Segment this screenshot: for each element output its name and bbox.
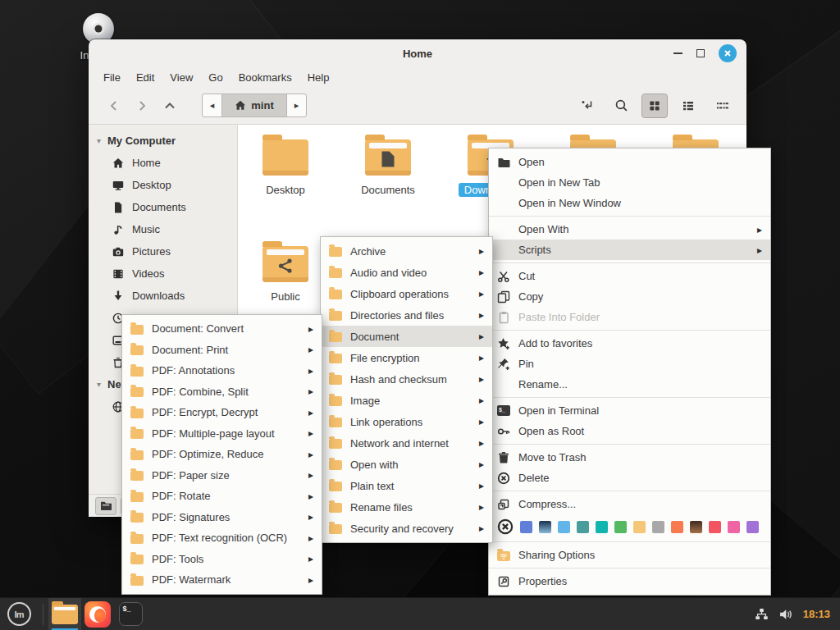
color-swatch[interactable]	[652, 521, 664, 533]
scripts-submenu-item[interactable]: Image ▸	[321, 390, 492, 411]
folder-tile-desktop[interactable]: Desktop	[240, 135, 331, 196]
scripts-submenu-item[interactable]: Hash and checksum ▸	[321, 368, 492, 390]
menu-item-rename[interactable]: Rename...	[489, 374, 770, 395]
sidebar-item-videos[interactable]: Videos	[89, 262, 237, 285]
scripts-submenu-item[interactable]: Plain text ▸	[321, 475, 492, 496]
menu-item-open-with[interactable]: Open With ▸	[489, 219, 770, 240]
sidebar-item-documents[interactable]: Documents	[89, 196, 237, 218]
search-button[interactable]	[608, 94, 634, 118]
menu-item-copy[interactable]: Copy	[489, 286, 770, 307]
sidebar-item-downloads[interactable]: Downloads	[89, 285, 237, 307]
menu-item-sharing-options[interactable]: Sharing Options	[489, 545, 770, 565]
folder-tile-documents[interactable]: Documents	[342, 135, 434, 196]
document-submenu-item[interactable]: PDF: Encrypt, Decrypt ▸	[122, 402, 322, 423]
menu-item-add-to-favorites[interactable]: Add to favorites	[489, 333, 770, 354]
scripts-submenu-item[interactable]: Document ▸	[321, 326, 492, 347]
network-tray-icon[interactable]	[755, 608, 769, 621]
scripts-submenu-item[interactable]: Audio and video ▸	[321, 262, 492, 283]
document-submenu-item[interactable]: PDF: Watermark ▸	[122, 569, 322, 591]
breadcrumb-home-segment[interactable]: mint	[221, 94, 287, 116]
breadcrumb-right-arrow[interactable]: ▸	[287, 94, 306, 116]
menu-item-cut[interactable]: Cut	[489, 266, 770, 286]
scripts-submenu-item[interactable]: Open with ▸	[321, 454, 492, 475]
expander-icon[interactable]: ▾	[97, 136, 101, 145]
menu-item-move-to-trash[interactable]: Move to Trash	[489, 447, 770, 468]
color-swatch[interactable]	[746, 521, 759, 533]
menu-item-open-new-window[interactable]: Open in New Window	[489, 193, 770, 213]
forward-button[interactable]	[128, 93, 156, 119]
list-view-button[interactable]	[675, 94, 701, 118]
compact-view-button[interactable]	[709, 94, 735, 118]
sidebar-section-my-computer[interactable]: ▾ My Computer	[89, 130, 237, 152]
document-submenu-item[interactable]: PDF: Rotate ▸	[122, 486, 322, 507]
menu-item-pin[interactable]: Pin	[489, 354, 770, 374]
clear-color-icon[interactable]	[497, 518, 514, 535]
document-submenu-item[interactable]: PDF: Annotations ▸	[122, 360, 322, 381]
color-swatch[interactable]	[633, 521, 646, 533]
color-swatch[interactable]	[596, 521, 608, 533]
document-submenu-item[interactable]: PDF: Text recognition (OCR) ▸	[122, 527, 322, 549]
volume-icon[interactable]	[778, 608, 793, 621]
color-swatch[interactable]	[671, 521, 683, 533]
close-button[interactable]	[719, 44, 737, 62]
menu-file[interactable]: File	[99, 70, 125, 85]
color-swatch[interactable]	[577, 521, 589, 533]
up-button[interactable]	[156, 93, 184, 119]
document-submenu-item[interactable]: PDF: Signatures ▸	[122, 507, 322, 528]
color-swatch[interactable]	[709, 521, 721, 533]
scripts-submenu-item[interactable]: Rename files ▸	[321, 496, 492, 518]
color-swatch[interactable]	[728, 521, 740, 533]
document-submenu-item[interactable]: PDF: Optimize, Reduce ▸	[122, 444, 322, 465]
back-button[interactable]	[100, 93, 128, 119]
scripts-submenu-item[interactable]: Network and internet ▸	[321, 432, 492, 454]
taskbar-clock[interactable]: 18:13	[803, 608, 830, 620]
document-submenu-item[interactable]: PDF: Multiple-page layout ▸	[122, 423, 322, 445]
menu-item-open[interactable]: Open	[489, 152, 770, 172]
menu-help[interactable]: Help	[304, 70, 334, 85]
menu-item-delete[interactable]: Delete	[489, 468, 770, 488]
folder-tile-public[interactable]: Public	[240, 241, 331, 303]
document-submenu-item[interactable]: PDF: Combine, Split ▸	[122, 381, 322, 403]
color-swatch[interactable]	[520, 521, 532, 533]
sidebar-item-pictures[interactable]: Pictures	[89, 240, 237, 262]
icon-view-button[interactable]	[641, 94, 668, 118]
toggle-location-entry-button[interactable]	[574, 94, 600, 118]
menu-item-compress[interactable]: Compress...	[489, 494, 770, 514]
taskbar-firefox-button[interactable]	[81, 598, 114, 630]
document-submenu-item[interactable]: Document: Print ▸	[122, 340, 322, 361]
menu-item-paste-into-folder[interactable]: Paste Into Folder	[489, 307, 770, 327]
menu-item-open-as-root[interactable]: Open as Root	[489, 421, 770, 441]
taskbar-terminal-button[interactable]: $_	[114, 598, 147, 630]
sidebar-item-music[interactable]: Music	[89, 218, 237, 240]
mint-menu-button[interactable]: lm	[0, 598, 38, 630]
menu-go[interactable]: Go	[204, 70, 226, 85]
document-submenu-item[interactable]: Document: Convert ▸	[122, 318, 322, 340]
menu-item-open-in-terminal[interactable]: $_ Open in Terminal	[489, 400, 770, 421]
scripts-submenu-item[interactable]: Clipboard operations ▸	[321, 283, 492, 304]
scripts-submenu-item[interactable]: File encryption ▸	[321, 347, 492, 368]
scripts-submenu-item[interactable]: Link operations ▸	[321, 411, 492, 432]
scripts-submenu-item[interactable]: Directories and files ▸	[321, 304, 492, 326]
scripts-submenu-item[interactable]: Security and recovery ▸	[321, 518, 492, 539]
show-places-button[interactable]	[95, 497, 116, 515]
document-submenu-item[interactable]: PDF: Tools ▸	[122, 549, 322, 570]
maximize-button[interactable]	[696, 49, 705, 57]
menu-item-open-new-tab[interactable]: Open in New Tab	[489, 172, 770, 193]
minimize-button[interactable]	[673, 52, 682, 54]
color-swatch[interactable]	[558, 521, 570, 533]
menu-item-scripts[interactable]: Scripts ▸	[489, 240, 770, 260]
menu-bookmarks[interactable]: Bookmarks	[235, 70, 296, 85]
document-submenu-item[interactable]: PDF: Paper size ▸	[122, 465, 322, 486]
color-swatch[interactable]	[539, 521, 551, 533]
sidebar-item-desktop[interactable]: Desktop	[89, 174, 237, 196]
color-swatch[interactable]	[614, 521, 627, 533]
scripts-submenu-item[interactable]: Archive ▸	[321, 240, 492, 262]
sidebar-item-home[interactable]: Home	[89, 152, 237, 174]
color-swatch[interactable]	[690, 521, 702, 533]
expander-icon[interactable]: ▾	[97, 380, 101, 389]
titlebar[interactable]: Home	[89, 39, 746, 67]
menu-edit[interactable]: Edit	[132, 70, 158, 85]
menu-item-properties[interactable]: Properties	[489, 571, 770, 591]
menu-view[interactable]: View	[166, 70, 197, 85]
breadcrumb-left-arrow[interactable]: ◂	[203, 94, 221, 116]
